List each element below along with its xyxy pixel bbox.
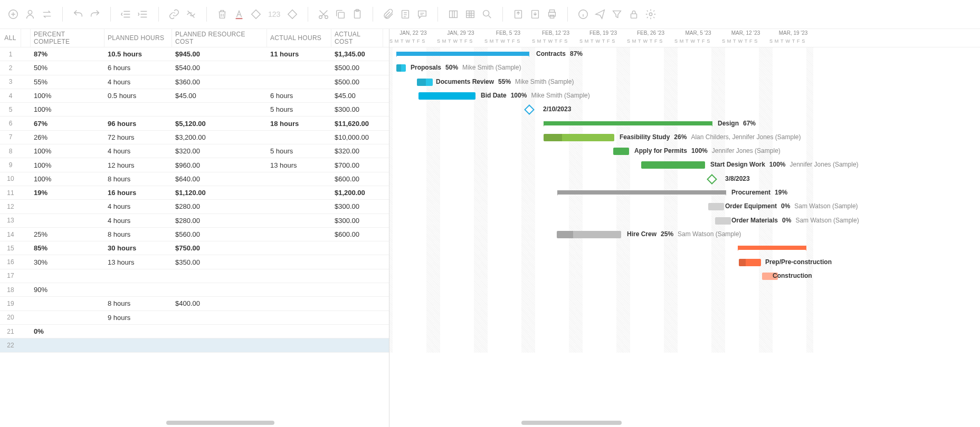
cell-planned-resource-cost[interactable]: $3,200.00 <box>172 131 267 144</box>
cell-actual-cost[interactable] <box>331 241 383 255</box>
cell-planned-resource-cost[interactable] <box>172 283 267 296</box>
grid-row[interactable]: 1425%8 hours$560.00$600.00 <box>0 228 389 241</box>
cell-planned-hours[interactable]: 30 hours <box>104 241 172 255</box>
cell-actual-hours[interactable] <box>267 200 331 213</box>
cell-actual-hours[interactable] <box>267 297 331 310</box>
cell-actual-hours[interactable]: 18 hours <box>267 117 331 130</box>
cell-planned-resource-cost[interactable] <box>172 269 267 283</box>
cell-actual-cost[interactable] <box>331 255 383 268</box>
grid-row[interactable]: 134 hours$280.00$300.00 <box>0 214 389 228</box>
cell-planned-hours[interactable]: 72 hours <box>104 131 172 144</box>
note-icon[interactable] <box>398 7 412 21</box>
cell-planned-hours[interactable] <box>104 103 172 116</box>
cell-actual-cost[interactable]: $11,620.00 <box>331 117 383 130</box>
comment-icon[interactable] <box>415 7 429 21</box>
cell-actual-hours[interactable] <box>267 61 331 74</box>
zoom-icon[interactable] <box>480 7 494 21</box>
cell-planned-hours[interactable] <box>104 269 172 283</box>
cell-actual-cost[interactable] <box>331 297 383 310</box>
grid-row[interactable]: 355%4 hours$360.00$500.00 <box>0 75 389 89</box>
header-percent-complete[interactable]: PERCENT COMPLETE <box>31 29 104 47</box>
info-icon[interactable] <box>576 7 590 21</box>
cell-planned-resource-cost[interactable]: $280.00 <box>172 200 267 213</box>
cell-planned-hours[interactable]: 13 hours <box>104 255 172 268</box>
cell-planned-hours[interactable] <box>104 325 172 338</box>
undo-icon[interactable] <box>71 7 85 21</box>
cell-planned-hours[interactable]: 16 hours <box>104 186 172 199</box>
grid-row[interactable]: 1890% <box>0 283 389 297</box>
shape-icon[interactable] <box>286 7 299 21</box>
settings-icon[interactable] <box>644 7 658 21</box>
cell-actual-hours[interactable]: 13 hours <box>267 158 331 171</box>
cell-percent-complete[interactable]: 100% <box>31 172 104 186</box>
cell-actual-hours[interactable] <box>267 228 331 241</box>
cell-actual-cost[interactable]: $600.00 <box>331 228 383 241</box>
cell-actual-hours[interactable]: 5 hours <box>267 144 331 158</box>
cell-planned-resource-cost[interactable]: $640.00 <box>172 172 267 186</box>
lock-icon[interactable] <box>627 7 641 21</box>
cell-planned-resource-cost[interactable]: $540.00 <box>172 61 267 74</box>
cell-actual-hours[interactable] <box>267 131 331 144</box>
cell-planned-hours[interactable]: 8 hours <box>104 297 172 310</box>
grid-row[interactable]: 210% <box>0 325 389 338</box>
delete-icon[interactable] <box>215 7 229 21</box>
grid-row[interactable]: 124 hours$280.00$300.00 <box>0 200 389 214</box>
cell-actual-cost[interactable]: $1,200.00 <box>331 186 383 199</box>
gantt-task-bar[interactable] <box>557 231 621 238</box>
cell-percent-complete[interactable]: 100% <box>31 103 104 116</box>
cell-planned-resource-cost[interactable]: $400.00 <box>172 297 267 310</box>
cell-actual-hours[interactable] <box>267 311 331 324</box>
cell-planned-hours[interactable]: 8 hours <box>104 172 172 186</box>
cell-planned-resource-cost[interactable]: $45.00 <box>172 89 267 102</box>
gantt-task-bar[interactable] <box>739 259 761 266</box>
cell-actual-cost[interactable] <box>331 269 383 283</box>
cell-actual-cost[interactable]: $600.00 <box>331 172 383 186</box>
cell-percent-complete[interactable]: 50% <box>31 61 104 74</box>
gantt-task-bar[interactable] <box>708 203 724 210</box>
cell-planned-hours[interactable]: 8 hours <box>104 228 172 241</box>
person-icon[interactable] <box>23 7 37 21</box>
cell-actual-hours[interactable] <box>267 241 331 255</box>
cell-planned-hours[interactable] <box>104 283 172 296</box>
paste-icon[interactable] <box>350 7 364 21</box>
cell-percent-complete[interactable]: 67% <box>31 117 104 130</box>
gantt-horizontal-scrollbar[interactable] <box>521 421 622 425</box>
gantt-task-bar[interactable] <box>544 134 614 141</box>
cell-percent-complete[interactable]: 25% <box>31 228 104 241</box>
columns-icon[interactable] <box>446 7 460 21</box>
attach-icon[interactable] <box>382 7 395 21</box>
indent-icon[interactable] <box>136 7 150 21</box>
cell-actual-hours[interactable] <box>267 325 331 338</box>
cell-actual-cost[interactable]: $300.00 <box>331 214 383 227</box>
cell-planned-resource-cost[interactable] <box>172 338 267 352</box>
gantt-summary-bar[interactable] <box>544 121 712 125</box>
gantt-task-bar[interactable] <box>715 217 731 225</box>
grid-row[interactable]: 198 hours$400.00 <box>0 297 389 310</box>
outdent-icon[interactable] <box>119 7 133 21</box>
copy-icon[interactable] <box>334 7 347 21</box>
cell-planned-resource-cost[interactable]: $360.00 <box>172 75 267 89</box>
cell-actual-hours[interactable] <box>267 172 331 186</box>
send-icon[interactable] <box>593 7 607 21</box>
cell-planned-resource-cost[interactable]: $560.00 <box>172 228 267 241</box>
header-planned-resource-cost[interactable]: PLANNED RESOURCE COST <box>172 29 267 47</box>
number-format-button[interactable]: 123 <box>266 10 282 18</box>
cell-actual-hours[interactable] <box>267 338 331 352</box>
cell-actual-cost[interactable] <box>331 325 383 338</box>
cell-planned-hours[interactable] <box>104 338 172 352</box>
cell-actual-hours[interactable]: 5 hours <box>267 103 331 116</box>
cell-percent-complete[interactable] <box>31 214 104 227</box>
gantt-summary-bar[interactable] <box>738 246 806 250</box>
cell-percent-complete[interactable]: 90% <box>31 283 104 296</box>
grid-row[interactable]: 8100%4 hours$320.005 hours$320.00 <box>0 144 389 158</box>
grid-row[interactable]: 4100%0.5 hours$45.006 hours$45.00 <box>0 89 389 103</box>
print-icon[interactable] <box>545 7 559 21</box>
grid-row[interactable]: 1119%16 hours$1,120.00$1,200.00 <box>0 186 389 200</box>
cell-actual-cost[interactable]: $300.00 <box>331 103 383 116</box>
cell-actual-hours[interactable]: 11 hours <box>267 47 331 61</box>
cell-actual-hours[interactable] <box>267 186 331 199</box>
cell-actual-cost[interactable]: $1,345.00 <box>331 47 383 61</box>
gantt-task-bar[interactable] <box>396 64 406 72</box>
cell-planned-resource-cost[interactable] <box>172 325 267 338</box>
add-icon[interactable] <box>6 7 20 21</box>
